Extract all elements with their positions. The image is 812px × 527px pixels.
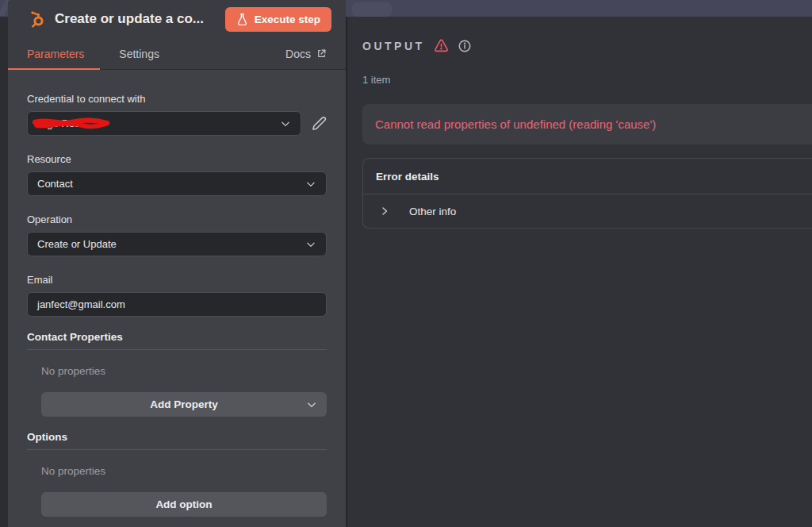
- tab-settings-label: Settings: [119, 48, 159, 60]
- add-option-label: Add option: [155, 498, 212, 510]
- credential-field-group: Credential to connect with Digo Rest: [27, 93, 327, 136]
- chevron-right-icon: [380, 206, 389, 216]
- tab-docs[interactable]: Docs: [285, 38, 327, 69]
- credential-select[interactable]: Digo Rest: [27, 111, 301, 136]
- credential-label: Credential to connect with: [27, 93, 327, 105]
- execute-step-label: Execute step: [255, 13, 320, 25]
- options-empty: No properties: [41, 465, 327, 477]
- pencil-icon[interactable]: [312, 116, 327, 131]
- error-message: Cannot read properties of undefined (rea…: [375, 117, 656, 131]
- output-title: OUTPUT: [362, 40, 425, 52]
- error-details-card: Error details Other info: [362, 158, 812, 229]
- other-info-row[interactable]: Other info: [363, 194, 812, 228]
- execute-step-button[interactable]: Execute step: [225, 7, 331, 32]
- resource-field-group: Resource Contact: [27, 153, 327, 196]
- email-label: Email: [27, 274, 327, 286]
- external-link-icon: [316, 48, 327, 59]
- operation-field-group: Operation Create or Update: [27, 213, 327, 256]
- chevron-down-icon: [280, 118, 291, 129]
- node-header: Create or update a co... Execute step: [8, 0, 346, 38]
- output-panel: OUTPUT 1 item Cannot read properties of …: [346, 17, 812, 527]
- options-header: Options: [27, 431, 327, 450]
- contact-properties-header: Contact Properties: [27, 331, 327, 350]
- node-title: Create or update a co...: [55, 11, 225, 27]
- credential-value: Digo Rest: [37, 117, 82, 129]
- tab-settings[interactable]: Settings: [119, 38, 159, 69]
- error-details-header: Error details: [363, 159, 812, 194]
- operation-label: Operation: [27, 213, 327, 225]
- flask-icon: [236, 13, 248, 26]
- info-circle-icon[interactable]: [458, 39, 472, 53]
- parameters-form: Credential to connect with Digo Rest: [8, 70, 346, 517]
- email-field-group: Email janfect@gmail.com: [27, 274, 327, 317]
- operation-select[interactable]: Create or Update: [27, 232, 327, 256]
- add-property-button[interactable]: Add Property: [41, 392, 327, 417]
- tab-parameters[interactable]: Parameters: [27, 38, 84, 69]
- contact-properties-empty: No properties: [41, 365, 327, 377]
- node-tabs: Parameters Settings Docs: [8, 38, 346, 70]
- add-option-button[interactable]: Add option: [41, 492, 327, 517]
- other-info-label: Other info: [409, 206, 456, 217]
- error-message-card: Cannot read properties of undefined (rea…: [362, 104, 812, 144]
- output-items-count: 1 item: [362, 74, 812, 86]
- email-input[interactable]: janfect@gmail.com: [27, 292, 327, 317]
- hubspot-sprocket-icon: [27, 10, 46, 29]
- node-settings-panel: Create or update a co... Execute step Pa…: [8, 0, 346, 527]
- chevron-down-icon: [306, 399, 317, 410]
- canvas-node-shape: [352, 2, 392, 17]
- operation-value: Create or Update: [37, 238, 117, 250]
- resource-value: Contact: [37, 178, 73, 190]
- resource-label: Resource: [27, 153, 327, 165]
- tab-docs-label: Docs: [285, 48, 311, 60]
- warning-triangle-icon: [434, 38, 449, 53]
- tab-parameters-label: Parameters: [27, 48, 84, 60]
- add-property-label: Add Property: [150, 398, 218, 410]
- chevron-down-icon: [305, 179, 316, 190]
- email-value: janfect@gmail.com: [37, 298, 125, 310]
- chevron-down-icon: [305, 239, 316, 250]
- resource-select[interactable]: Contact: [27, 171, 327, 196]
- output-header: OUTPUT: [362, 38, 812, 53]
